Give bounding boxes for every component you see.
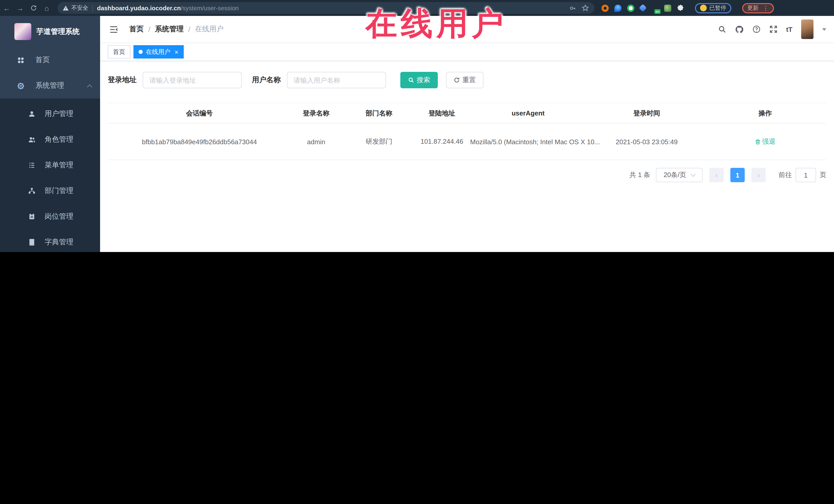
profile-paused-chip[interactable]: 已暂停	[695, 3, 731, 13]
caret-down-icon[interactable]	[822, 28, 826, 30]
puzzle-extensions-icon[interactable]	[677, 4, 684, 12]
sidebar-item-dict-mgmt[interactable]: 字典管理	[0, 229, 100, 252]
password-key-icon[interactable]	[569, 4, 576, 12]
breadcrumb-current: 在线用户	[195, 25, 224, 34]
chevron-down-icon	[690, 171, 696, 177]
sidebar-item-role-mgmt[interactable]: 角色管理	[0, 127, 100, 152]
col-user-agent: userAgent	[467, 106, 589, 120]
tags-view-bar: 首页 在线用户 ×	[100, 43, 834, 61]
total-count: 共 1 条	[630, 170, 650, 180]
extension-orange-icon[interactable]	[601, 4, 609, 12]
search-icon[interactable]	[718, 25, 726, 34]
search-icon	[408, 77, 414, 83]
id-badge-icon	[28, 213, 36, 220]
breadcrumb-home[interactable]: 首页	[129, 25, 144, 34]
trash-icon	[755, 139, 761, 145]
chevron-up-icon	[87, 84, 92, 89]
menu-list-icon	[28, 162, 36, 169]
browser-home-icon[interactable]: ⌂	[40, 4, 53, 12]
prev-page-button[interactable]: ‹	[709, 168, 724, 182]
next-page-button[interactable]: ›	[751, 168, 766, 182]
col-dept-name: 部门名称	[341, 106, 417, 121]
screen: ← → ⌂ 不安全 dashboard.yudao.iocoder.cn/sys…	[0, 0, 834, 252]
user-name-label: 用户名称	[252, 75, 281, 85]
breadcrumb: 首页 / 系统管理 / 在线用户	[129, 25, 224, 34]
cell-user-agent: Mozilla/5.0 (Macintosh; Intel Mac OS X 1…	[467, 135, 589, 149]
sidebar-item-menu-mgmt[interactable]: 菜单管理	[0, 152, 100, 178]
sidebar-item-dept-mgmt[interactable]: 部门管理	[0, 178, 100, 204]
back-arrow-icon[interactable]: ←	[0, 4, 13, 12]
page-number-1[interactable]: 1	[730, 168, 745, 182]
extension-green-v-icon[interactable]	[627, 4, 634, 12]
cell-actions: 强退	[704, 134, 826, 149]
page-size-select[interactable]: 20条/页	[656, 168, 703, 182]
user-icon	[28, 110, 36, 117]
font-size-icon[interactable]: tT	[786, 25, 792, 33]
help-icon[interactable]	[752, 25, 760, 34]
active-tab-dot	[138, 50, 143, 54]
col-actions: 操作	[704, 106, 826, 121]
extension-blue-diamond-icon[interactable]	[639, 4, 647, 12]
fullscreen-icon[interactable]	[769, 25, 777, 34]
sidebar: 芋道管理系统 首页 系统管理 用户管理 角色管理	[0, 16, 100, 252]
hamburger-collapse-icon[interactable]	[109, 25, 118, 33]
url-text[interactable]: dashboard.yudao.iocoder.cn/system/user-s…	[97, 4, 239, 12]
app-title: 芋道管理系统	[37, 27, 80, 36]
goto-page-input[interactable]	[795, 168, 816, 182]
sidebar-logo-row[interactable]: 芋道管理系统	[0, 16, 100, 47]
search-button[interactable]: 搜索	[400, 72, 438, 88]
paused-label: 已暂停	[709, 4, 726, 12]
org-tree-icon	[28, 187, 36, 195]
bookmark-star-icon[interactable]	[581, 4, 589, 12]
filter-form: 登录地址 用户名称 搜索 重置	[108, 72, 826, 88]
login-address-input[interactable]	[143, 72, 242, 88]
forward-arrow-icon[interactable]: →	[13, 4, 27, 12]
sidebar-item-user-mgmt[interactable]: 用户管理	[0, 101, 100, 127]
system-submenu: 用户管理 角色管理 菜单管理 部门管理 岗位管理	[0, 98, 100, 252]
tab-online-users[interactable]: 在线用户 ×	[133, 45, 183, 59]
browser-menu-dots-icon[interactable]: ⋮	[763, 4, 769, 12]
breadcrumb-system[interactable]: 系统管理	[155, 25, 184, 34]
chrome-update-button[interactable]: 更新 ⋮	[742, 3, 774, 13]
tab-home[interactable]: 首页	[108, 45, 130, 59]
col-login-address: 登陆地址	[417, 104, 467, 123]
goto-label: 前往	[778, 170, 792, 180]
address-bar[interactable]: 不安全 dashboard.yudao.iocoder.cn/system/us…	[58, 2, 594, 14]
cell-login-name: admin	[291, 135, 341, 149]
login-address-label: 登录地址	[108, 75, 136, 85]
reset-button[interactable]: 重置	[446, 72, 483, 88]
close-icon[interactable]: ×	[175, 48, 178, 55]
page-unit-label: 页	[820, 170, 826, 180]
user-name-input[interactable]	[287, 72, 386, 88]
users-icon	[28, 136, 36, 143]
gear-icon	[17, 82, 25, 90]
extension-green-key-icon[interactable]	[664, 4, 671, 12]
main-panel: 首页 / 系统管理 / 在线用户	[100, 16, 834, 252]
sidebar-item-system[interactable]: 系统管理	[0, 73, 100, 98]
app-logo	[14, 23, 31, 40]
warning-icon	[63, 5, 69, 11]
emoji-avatar-icon	[700, 5, 707, 11]
extension-translate-icon[interactable]: en	[651, 4, 658, 12]
cell-login-time: 2021-05-03 23:05:49	[589, 135, 704, 149]
cell-session-id: bfbb1ab79ba849e49fb26ddb56a73044	[108, 135, 291, 149]
force-logout-button[interactable]: 强退	[755, 137, 775, 146]
cell-dept-name: 研发部门	[341, 134, 417, 149]
extension-en-badge: en	[654, 9, 660, 14]
update-label: 更新	[747, 4, 759, 12]
col-login-name: 登录名称	[291, 106, 341, 121]
github-icon[interactable]	[735, 25, 743, 34]
home-dashboard-icon	[17, 56, 25, 64]
avatar[interactable]	[801, 20, 813, 39]
col-login-time: 登录时间	[589, 106, 704, 121]
pagination: 共 1 条 20条/页 ‹ 1 › 前往 页	[108, 168, 826, 182]
sidebar-item-post-mgmt[interactable]: 岗位管理	[0, 204, 100, 229]
security-label[interactable]: 不安全	[71, 4, 88, 12]
sessions-table: 会话编号 登录名称 部门名称 登陆地址 userAgent 登录时间 操作 bf…	[108, 103, 826, 160]
extension-blue-pin-icon[interactable]	[614, 4, 621, 12]
sidebar-item-home[interactable]: 首页	[0, 47, 100, 73]
table-row: bfbb1ab79ba849e49fb26ddb56a73044 admin 研…	[108, 124, 826, 160]
reload-icon[interactable]	[27, 5, 40, 11]
page-content: 登录地址 用户名称 搜索 重置 会话编号	[100, 61, 834, 252]
table-header-row: 会话编号 登录名称 部门名称 登陆地址 userAgent 登录时间 操作	[108, 103, 826, 124]
